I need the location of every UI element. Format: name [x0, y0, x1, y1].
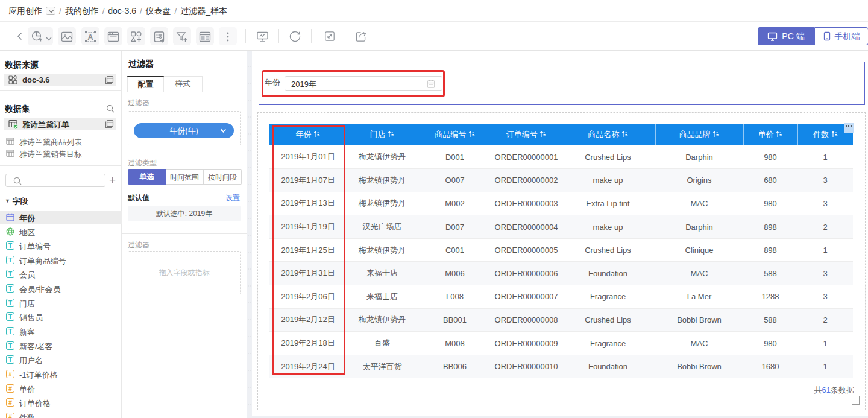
svg-text:A: A	[87, 33, 93, 42]
